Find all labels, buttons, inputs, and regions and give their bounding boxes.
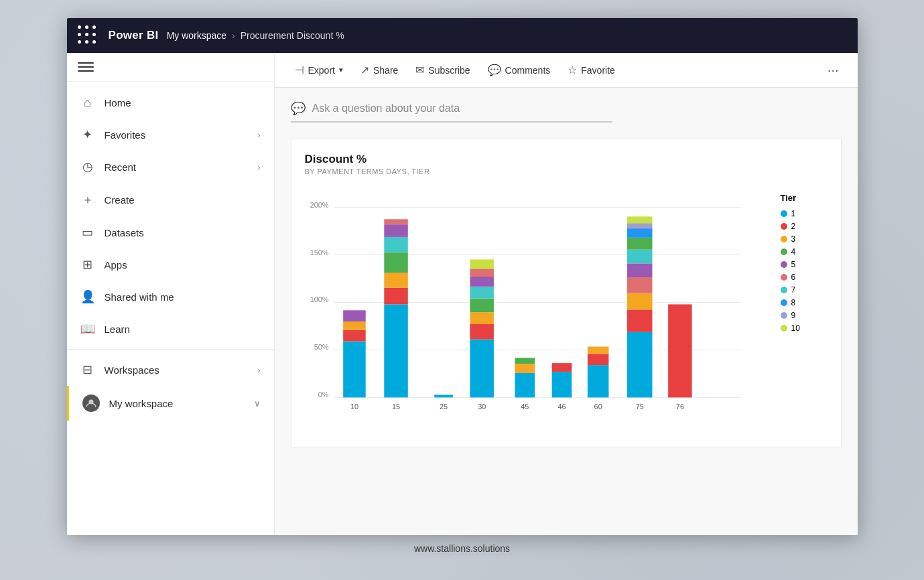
svg-rect-51 [627,250,652,264]
legend-item-8: 8 [781,298,828,307]
legend-item-10: 10 [781,323,828,333]
legend-color-1 [781,210,787,217]
legend-label-8: 8 [791,298,796,307]
subscribe-button[interactable]: ✉ Subscribe [409,60,476,80]
chevron-right-icon2: › [257,162,260,172]
sidebar-label-learn: Learn [105,323,261,335]
svg-rect-48 [627,293,652,310]
svg-text:200%: 200% [310,201,328,209]
legend-color-4 [781,248,787,255]
breadcrumb-workspace[interactable]: My workspace [167,30,226,41]
legend-label-6: 6 [791,273,796,282]
sidebar-item-shared[interactable]: 👤 Shared with me [67,281,274,313]
svg-rect-18 [384,273,407,288]
sidebar-top [67,53,274,82]
app-window: Power BI My workspace › Procurement Disc… [67,18,858,535]
footer-url: www.stallions.solutions [414,543,510,554]
sidebar-item-favorites[interactable]: ✦ Favorites › [67,119,274,151]
titlebar: Power BI My workspace › Procurement Disc… [67,18,858,53]
sidebar-item-workspaces[interactable]: ⊟ Workspaces › [67,354,274,386]
footer: www.stallions.solutions [406,535,518,562]
qa-placeholder: Ask a question about your data [312,102,460,115]
app-grid-icon[interactable] [78,25,98,46]
sidebar-item-datasets[interactable]: ▭ Datasets [67,216,274,248]
svg-rect-47 [627,309,652,332]
svg-rect-17 [384,288,407,305]
legend-color-2 [781,223,787,230]
chevron-right-icon3: › [257,365,260,375]
qa-bar[interactable]: 💬 Ask a question about your data [291,101,612,123]
comments-button[interactable]: 💬 Comments [481,60,557,80]
svg-rect-54 [627,223,652,228]
legend-label-4: 4 [791,247,796,257]
share-label: Share [373,65,398,76]
sidebar-item-apps[interactable]: ⊞ Apps [67,248,274,281]
chart-legend: Tier 1 2 3 [781,186,828,433]
legend-title: Tier [781,193,828,203]
svg-rect-35 [515,373,535,397]
svg-rect-20 [384,237,407,252]
legend-item-5: 5 [781,260,828,269]
svg-rect-11 [343,342,366,398]
sidebar-item-my-workspace[interactable]: My workspace ∨ [67,386,274,421]
svg-text:60: 60 [594,403,602,411]
svg-text:50%: 50% [314,343,328,351]
legend-color-10 [781,325,787,332]
svg-rect-57 [668,304,691,397]
svg-rect-26 [470,340,493,398]
svg-rect-49 [627,277,652,293]
svg-text:45: 45 [521,403,529,411]
svg-text:10: 10 [350,403,358,411]
svg-rect-39 [551,372,572,397]
legend-item-7: 7 [781,285,828,295]
toolbar: ⊣ Export ▾ ↗ Share ✉ Subscribe 💬 Comment… [275,53,858,88]
chevron-right-icon: › [257,130,260,140]
legend-item-3: 3 [781,234,828,244]
main-layout: ⌂ Home ✦ Favorites › ◷ Recent › ＋ [67,53,858,535]
svg-rect-30 [470,287,493,299]
shared-icon: 👤 [80,289,95,304]
chart-title: Discount % [305,153,828,166]
legend-item-4: 4 [781,247,828,257]
svg-text:100%: 100% [310,295,328,303]
svg-rect-24 [434,394,453,397]
more-options-button[interactable]: ··· [822,60,844,80]
svg-rect-29 [470,299,493,313]
svg-rect-32 [470,269,493,277]
svg-rect-16 [384,304,407,397]
svg-text:75: 75 [635,403,643,411]
legend-label-3: 3 [791,234,796,244]
legend-item-9: 9 [781,311,828,320]
svg-rect-40 [551,363,572,372]
sidebar-item-home[interactable]: ⌂ Home [67,87,274,119]
svg-text:76: 76 [675,403,683,411]
svg-rect-21 [384,224,407,237]
legend-color-3 [781,236,787,242]
hamburger-menu[interactable] [78,62,94,72]
sidebar-label-apps: Apps [105,259,261,271]
export-button[interactable]: ⊣ Export ▾ [288,60,350,80]
plus-icon: ＋ [80,192,95,208]
sidebar-item-recent[interactable]: ◷ Recent › [67,151,274,183]
legend-item-2: 2 [781,222,828,231]
svg-rect-19 [384,252,407,273]
svg-rect-12 [343,330,366,342]
sidebar-item-create[interactable]: ＋ Create [67,183,274,216]
sidebar-item-learn[interactable]: 📖 Learn [67,313,274,345]
svg-rect-52 [627,238,652,250]
favorite-button[interactable]: ☆ Favorite [561,60,622,80]
legend-color-7 [781,287,787,293]
svg-rect-28 [470,312,493,324]
svg-rect-36 [515,364,535,373]
svg-rect-27 [470,324,493,340]
svg-rect-50 [627,263,652,277]
legend-color-8 [781,299,787,306]
dataset-icon: ▭ [80,225,95,240]
svg-rect-46 [627,332,652,398]
share-button[interactable]: ↗ Share [354,60,405,80]
sidebar: ⌂ Home ✦ Favorites › ◷ Recent › ＋ [67,53,275,535]
home-icon: ⌂ [80,96,95,110]
legend-label-1: 1 [791,209,796,218]
sidebar-label-shared: Shared with me [105,291,261,303]
export-label: Export [308,65,335,76]
